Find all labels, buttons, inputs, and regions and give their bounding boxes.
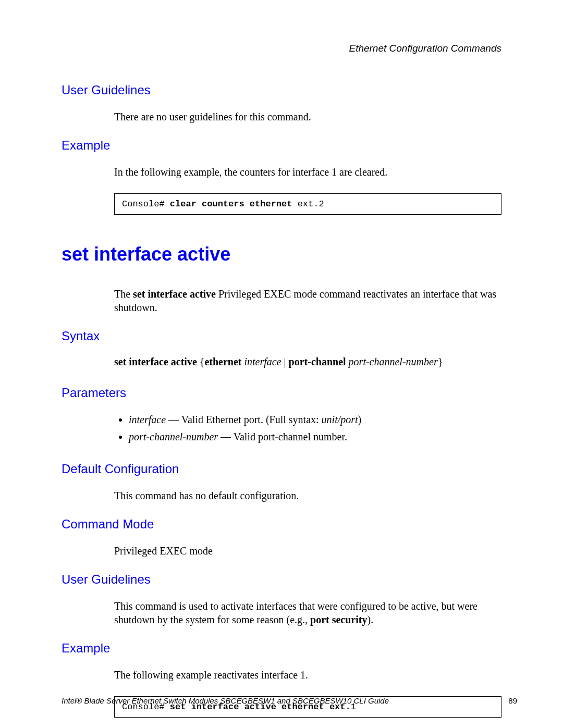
- syntax-ethernet: ethernet: [204, 356, 244, 367]
- ug2-pre: This command is used to activate interfa…: [114, 600, 478, 625]
- page-footer: Intel® Blade Server Ethernet Switch Modu…: [62, 696, 517, 705]
- command-description: The set interface active Privileged EXEC…: [114, 287, 501, 314]
- param-desc: Valid port-channel number.: [234, 431, 347, 442]
- body-example-2: The following example reactivates interf…: [114, 668, 501, 682]
- body-default-config: This command has no default configuratio…: [114, 489, 501, 502]
- parameter-list: interface — Valid Ethernet port. (Full s…: [114, 413, 501, 444]
- syntax-interface: interface: [244, 356, 282, 367]
- syntax-portchannel: port-channel: [289, 356, 349, 367]
- ug2-post: ).: [367, 614, 373, 625]
- syntax-pcnum: port-channel-number: [349, 356, 438, 367]
- desc-pre: The: [114, 288, 133, 300]
- heading-default-config: Default Configuration: [62, 462, 501, 476]
- body-user-guidelines-2: This command is used to activate interfa…: [114, 599, 501, 626]
- param-close: ): [358, 414, 362, 425]
- heading-user-guidelines-2: User Guidelines: [62, 572, 501, 587]
- param-desc: Valid Ethernet port. (Full syntax:: [181, 414, 322, 425]
- param-term: port-channel-number: [129, 431, 218, 442]
- param-term: interface: [129, 414, 166, 425]
- syntax-pipe: |: [282, 356, 289, 367]
- param-dash: —: [166, 414, 181, 425]
- parameter-item: port-channel-number — Valid port-channel…: [129, 430, 501, 444]
- ug2-bold: port security: [310, 614, 367, 625]
- heading-example-2: Example: [62, 641, 501, 656]
- heading-parameters: Parameters: [62, 386, 501, 400]
- command-title: set interface active: [62, 243, 501, 265]
- desc-bold: set interface active: [133, 288, 216, 300]
- chapter-header: Ethernet Configuration Commands: [62, 43, 501, 54]
- footer-page-number: 89: [508, 696, 517, 705]
- body-user-guidelines-1: There are no user guidelines for this co…: [114, 110, 501, 124]
- heading-user-guidelines-1: User Guidelines: [62, 83, 501, 97]
- heading-command-mode: Command Mode: [62, 517, 501, 532]
- heading-example-1: Example: [62, 138, 501, 153]
- heading-syntax: Syntax: [62, 329, 501, 343]
- code-prompt: Console#: [122, 199, 170, 209]
- syntax-brace-open: {: [200, 356, 205, 367]
- code-example-1: Console# clear counters ethernet ext.2: [114, 193, 501, 215]
- footer-title: Intel® Blade Server Ethernet Switch Modu…: [62, 696, 389, 705]
- syntax-line: set interface active {ethernet interface…: [114, 356, 501, 368]
- parameter-item: interface — Valid Ethernet port. (Full s…: [129, 413, 501, 427]
- body-example-1: In the following example, the counters f…: [114, 165, 501, 179]
- code-argument: ext.2: [298, 199, 324, 209]
- param-dash: —: [218, 431, 234, 442]
- body-command-mode: Privileged EXEC mode: [114, 544, 501, 558]
- syntax-cmd: set interface active: [114, 356, 200, 367]
- syntax-brace-close: }: [438, 356, 443, 367]
- code-command: clear counters ethernet: [170, 199, 298, 209]
- param-syntax: unit/port: [322, 414, 358, 425]
